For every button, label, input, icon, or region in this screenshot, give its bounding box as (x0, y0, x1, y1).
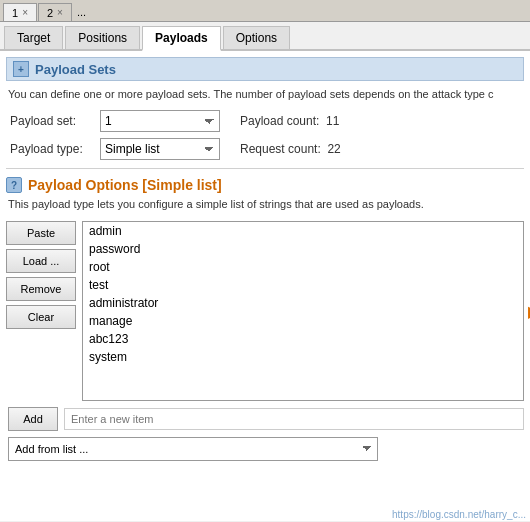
request-count-info: Request count: 22 (240, 142, 341, 156)
payload-sets-description: You can define one or more payload sets.… (6, 87, 524, 102)
add-button[interactable]: Add (8, 407, 58, 431)
load-button[interactable]: Load ... (6, 249, 76, 273)
list-item[interactable]: test (83, 276, 523, 294)
payload-options-header: ? Payload Options [Simple list] (6, 177, 524, 193)
payload-sets-icon: + (13, 61, 29, 77)
close-tab-1-icon[interactable]: × (22, 7, 28, 18)
action-buttons: Paste Load ... Remove Clear (6, 221, 76, 401)
list-item[interactable]: system (83, 348, 523, 366)
add-from-list-select[interactable]: Add from list ... (8, 437, 378, 461)
tab-positions[interactable]: Positions (65, 26, 140, 49)
close-tab-2-icon[interactable]: × (57, 7, 63, 18)
payload-count-info: Payload count: 11 (240, 114, 339, 128)
browser-tab-ellipsis[interactable]: ... (73, 4, 90, 20)
browser-tab-1-label: 1 (12, 7, 18, 19)
list-container: Paste Load ... Remove Clear adminpasswor… (6, 221, 524, 401)
payload-sets-header: + Payload Sets (6, 57, 524, 81)
remove-button[interactable]: Remove (6, 277, 76, 301)
payload-set-row: Payload set: 1 Payload count: 11 (6, 110, 524, 132)
list-item[interactable]: admin (83, 222, 523, 240)
payload-options-title: Payload Options [Simple list] (28, 177, 222, 193)
main-content: + Payload Sets You can define one or mor… (0, 51, 530, 521)
list-item[interactable]: password (83, 240, 523, 258)
payload-sets-title: Payload Sets (35, 62, 116, 77)
payload-options-description: This payload type lets you configure a s… (6, 197, 524, 212)
add-row: Add (6, 407, 524, 431)
watermark: https://blog.csdn.net/harry_c... (392, 509, 526, 520)
payload-type-label: Payload type: (10, 142, 100, 156)
list-item[interactable]: root (83, 258, 523, 276)
browser-tab-1[interactable]: 1 × (3, 3, 37, 21)
payload-set-label: Payload set: (10, 114, 100, 128)
tab-payloads[interactable]: Payloads (142, 26, 221, 51)
payload-list-wrapper: adminpasswordroottestadministratormanage… (82, 221, 524, 401)
browser-tab-2-label: 2 (47, 7, 53, 19)
list-item[interactable]: manage (83, 312, 523, 330)
nav-tabs: Target Positions Payloads Options (0, 22, 530, 51)
help-icon[interactable]: ? (6, 177, 22, 193)
browser-tab-2[interactable]: 2 × (38, 3, 72, 21)
payload-list[interactable]: adminpasswordroottestadministratormanage… (82, 221, 524, 401)
section-divider (6, 168, 524, 169)
payload-type-select[interactable]: Simple list (100, 138, 220, 160)
add-from-list-row: Add from list ... (6, 437, 524, 461)
list-item[interactable]: abc123 (83, 330, 523, 348)
tab-target[interactable]: Target (4, 26, 63, 49)
clear-button[interactable]: Clear (6, 305, 76, 329)
payload-type-row: Payload type: Simple list Request count:… (6, 138, 524, 160)
add-input[interactable] (64, 408, 524, 430)
payload-set-select[interactable]: 1 (100, 110, 220, 132)
tab-options[interactable]: Options (223, 26, 290, 49)
paste-button[interactable]: Paste (6, 221, 76, 245)
tab-bar-top: 1 × 2 × ... (0, 0, 530, 22)
list-item[interactable]: administrator (83, 294, 523, 312)
